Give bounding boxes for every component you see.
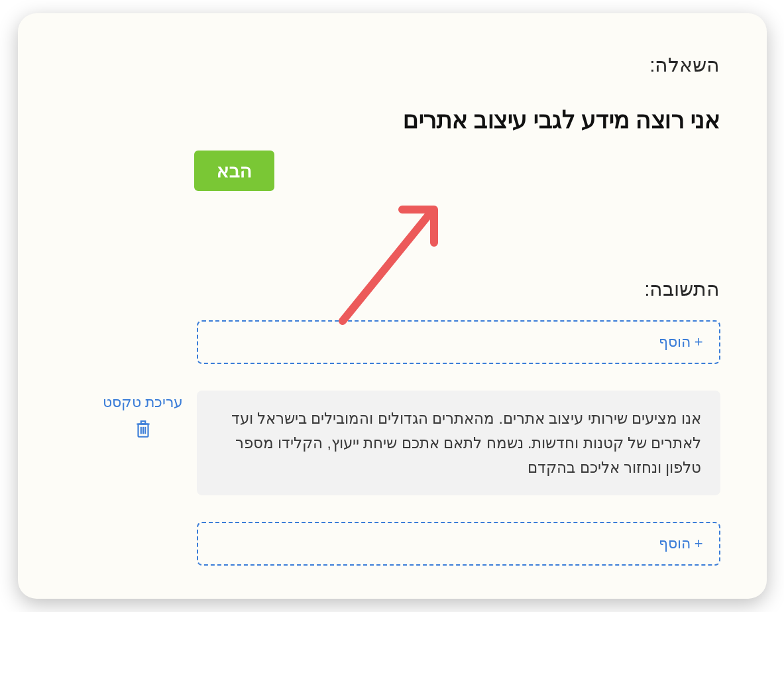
answer-content: אנו מציעים שירותי עיצוב אתרים. מהאתרים ה… <box>197 391 720 495</box>
arrow-icon <box>329 195 449 328</box>
svg-rect-6 <box>141 421 145 424</box>
add-answer-bottom[interactable]: + הוסף <box>197 522 720 566</box>
answer-section: אנו מציעים שירותי עיצוב אתרים. מהאתרים ה… <box>64 391 720 495</box>
svg-line-0 <box>343 215 429 321</box>
answer-actions: עריכת טקסט <box>103 391 183 439</box>
trash-icon[interactable] <box>135 419 152 439</box>
arrow-annotation <box>64 204 720 337</box>
next-button[interactable]: הבא <box>194 151 274 191</box>
question-label: השאלה: <box>64 53 720 76</box>
question-text: אני רוצה מידע לגבי עיצוב אתרים <box>64 106 720 134</box>
edit-text-link[interactable]: עריכת טקסט <box>103 394 183 411</box>
editor-card: השאלה: אני רוצה מידע לגבי עיצוב אתרים הב… <box>18 13 767 599</box>
